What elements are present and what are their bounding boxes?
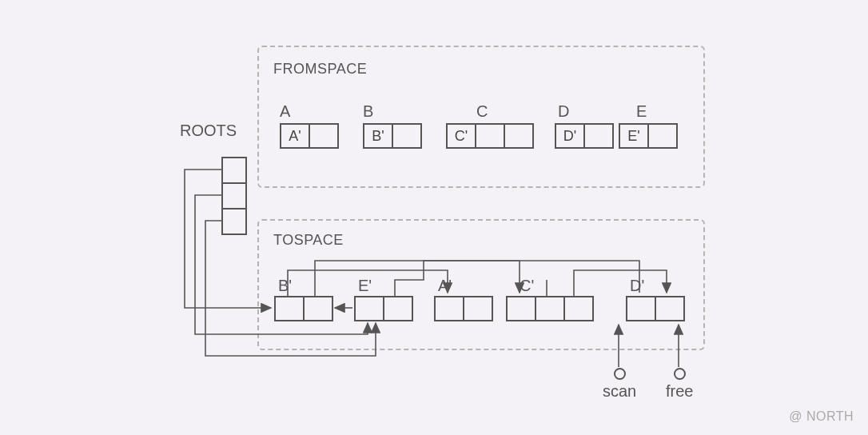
fromspace-ptr-c: C' <box>448 125 475 147</box>
fromspace-obj-c: C' <box>446 123 534 149</box>
scan-label: scan <box>603 382 636 401</box>
fromspace-obj-label-e: E <box>636 102 647 121</box>
fromspace-obj-a: A' <box>280 123 339 149</box>
fromspace-obj-label-a: A <box>280 102 290 121</box>
tospace-obj-label-b: B' <box>278 277 292 295</box>
fromspace-ptr-d: D' <box>556 125 583 147</box>
fromspace-obj-e: E' <box>619 123 678 149</box>
credit-label: @ NORTH <box>789 409 854 424</box>
tospace-obj-label-e: E' <box>358 277 372 295</box>
free-dot <box>674 368 686 380</box>
tospace-obj-a <box>434 296 493 321</box>
fromspace-ptr-e: E' <box>620 125 647 147</box>
fromspace-obj-label-d: D <box>558 102 569 121</box>
roots-label: ROOTS <box>180 122 237 140</box>
tospace-obj-e <box>354 296 413 321</box>
fromspace-obj-label-b: B <box>363 102 373 121</box>
tospace-obj-b <box>274 296 333 321</box>
tospace-obj-label-d: D' <box>630 277 644 295</box>
fromspace-ptr-b: B' <box>364 125 392 147</box>
fromspace-ptr-a: A' <box>281 125 309 147</box>
scan-dot <box>614 368 626 380</box>
fromspace-title: FROMSPACE <box>273 61 367 78</box>
fromspace-obj-b: B' <box>363 123 422 149</box>
tospace-obj-label-a: A' <box>438 277 452 295</box>
root-cell-1 <box>221 182 247 210</box>
free-label: free <box>666 382 693 401</box>
fromspace-obj-label-c: C <box>476 102 488 121</box>
roots-stack <box>221 157 247 235</box>
root-cell-2 <box>221 208 247 235</box>
tospace-obj-c <box>506 296 594 321</box>
tospace-obj-d <box>626 296 685 321</box>
tospace-obj-label-c: C' <box>520 277 534 295</box>
root-cell-0 <box>221 157 247 184</box>
tospace-title: TOSPACE <box>273 232 344 249</box>
fromspace-obj-d: D' <box>555 123 614 149</box>
